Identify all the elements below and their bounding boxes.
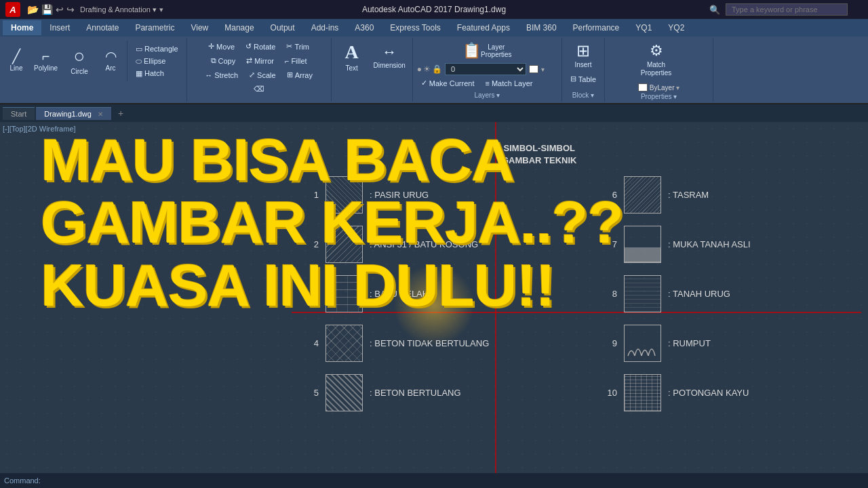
polyline-label: Polyline	[34, 64, 58, 73]
dimension-button[interactable]: ↔ Dimension	[371, 43, 408, 71]
search-input[interactable]	[726, 3, 848, 16]
line-label: Line	[10, 64, 23, 73]
tab-performance[interactable]: Performance	[565, 20, 628, 35]
layers-content: 📋 LayerProperties ● ☀ 🔒 0 ▾ ✓Make Curren…	[417, 41, 557, 89]
copy-button[interactable]: ⧉Copy	[207, 55, 240, 66]
make-current-button[interactable]: ✓Make Current	[417, 77, 479, 89]
workspace-arrow[interactable]: ▾	[159, 5, 163, 14]
insert-icon: ⊞	[576, 42, 590, 60]
ellipse-icon: ⬭	[136, 57, 142, 66]
file-tab-start[interactable]: Start	[3, 107, 35, 120]
file-tab-drawing1[interactable]: Drawing1.dwg ✕	[36, 107, 111, 120]
fillet-button[interactable]: ⌐Fillet	[281, 56, 311, 66]
app-icon: A	[5, 2, 20, 17]
erase-button[interactable]: ⌫	[250, 83, 269, 95]
table-button[interactable]: ⊟Table	[566, 73, 600, 85]
arc-button[interactable]: ◠ Arc	[98, 48, 123, 74]
open-icon[interactable]: 📂	[27, 4, 39, 15]
tab-expresstools[interactable]: Express Tools	[382, 20, 448, 35]
canvas-area: [-][Top][2D Wireframe] SIMBOL-SIMBOL GAM…	[0, 122, 868, 473]
properties-group-label: Properties ▾	[641, 92, 677, 100]
overlay-line3: KUASA INI DULU!!	[41, 254, 623, 317]
line-button[interactable]: ╱ Line	[4, 48, 28, 74]
bylayer-label: ByLayer	[650, 84, 675, 92]
rectangle-button[interactable]: ▭Rectangle	[132, 43, 182, 55]
tab-yq1[interactable]: YQ1	[627, 20, 660, 35]
tab-home[interactable]: Home	[3, 20, 41, 35]
bylayer-dropdown[interactable]: ▾	[676, 84, 679, 92]
overlay-text: MAU BISA BACA GAMBAR KERJA..?? KUASA INI…	[41, 129, 623, 317]
layer-color-icon: ●	[417, 64, 422, 74]
save-icon[interactable]: 💾	[41, 4, 53, 15]
layer-properties-label: LayerProperties	[481, 43, 512, 58]
move-button[interactable]: ✛Move	[204, 41, 239, 52]
command-input[interactable]	[46, 476, 864, 485]
arc-icon: ◠	[105, 49, 117, 63]
text-button[interactable]: A Text	[336, 41, 368, 74]
array-button[interactable]: ⊞Array	[283, 69, 317, 81]
tab-annotate[interactable]: Annotate	[78, 20, 127, 35]
layer-dropdown-arrow[interactable]: ▾	[541, 66, 545, 73]
dimension-icon: ↔	[382, 44, 397, 60]
layer-color-swatch	[529, 65, 538, 73]
symbol-num-5: 5	[292, 388, 319, 398]
mirror-button[interactable]: ⇄Mirror	[242, 55, 278, 66]
tab-parametric[interactable]: Parametric	[127, 20, 182, 35]
tab-insert[interactable]: Insert	[41, 20, 78, 35]
match-layer-button[interactable]: ≡Match Layer	[481, 77, 536, 89]
scale-button[interactable]: ⤢Scale	[245, 69, 280, 81]
symbol-num-4: 4	[292, 338, 319, 348]
symbol-box-6	[624, 176, 661, 214]
move-icon: ✛	[208, 42, 214, 51]
tab-manage[interactable]: Manage	[216, 20, 262, 35]
symbol-label-6: : TASRAM	[668, 190, 709, 200]
window-title: Autodesk AutoCAD 2017 Drawing1.dwg	[362, 5, 506, 14]
table-icon: ⊟	[570, 75, 576, 83]
circle-label: Circle	[71, 68, 88, 76]
tab-view[interactable]: View	[182, 20, 216, 35]
erase-icon: ⌫	[254, 85, 264, 94]
layer-properties-button[interactable]: 📋 LayerProperties	[417, 41, 557, 61]
redo-icon[interactable]: ↪	[66, 4, 75, 15]
stretch-button[interactable]: ↔Stretch	[201, 70, 242, 81]
tab-output[interactable]: Output	[262, 20, 303, 35]
polyline-button[interactable]: ⌐ Polyline	[31, 48, 60, 74]
draw-extra: ▭Rectangle ⬭Ellipse ▦Hatch	[132, 43, 182, 79]
ellipse-button[interactable]: ⬭Ellipse	[132, 56, 182, 67]
draw-tools: ╱ Line ⌐ Polyline ○ Circle ◠ Arc ▭Rectan…	[4, 41, 182, 81]
undo-icon[interactable]: ↩	[56, 4, 64, 15]
tab-a360[interactable]: A360	[347, 20, 382, 35]
symbol-row-8: 8 : TANAH URUG	[590, 275, 861, 312]
close-tab-icon[interactable]: ✕	[98, 110, 103, 118]
tab-yq2[interactable]: YQ2	[660, 20, 692, 35]
new-tab-button[interactable]: +	[113, 106, 129, 121]
block-group-label: Block ▾	[572, 90, 594, 99]
layer-select[interactable]: 0	[445, 63, 526, 75]
rotate-button[interactable]: ↺Rotate	[241, 41, 279, 52]
symbol-label-10: : POTONGAN KAYU	[668, 388, 749, 398]
ribbon-group-properties: ⚙ MatchProperties ByLayer ▾ Properties ▾	[605, 38, 713, 102]
insert-button[interactable]: ⊞ Insert	[567, 41, 599, 70]
array-icon: ⊞	[287, 70, 293, 79]
circle-button[interactable]: ○ Circle	[63, 45, 96, 78]
symbol-box-4	[326, 325, 363, 362]
make-current-icon: ✓	[421, 79, 427, 87]
tab-bim360[interactable]: BIM 360	[518, 20, 565, 35]
trim-icon: ✂	[286, 42, 292, 51]
match-properties-label: MatchProperties	[641, 61, 672, 77]
bylayer-row: ByLayer ▾	[638, 83, 680, 92]
properties-tools: ⚙ MatchProperties ByLayer ▾	[638, 41, 680, 92]
overlay-line2: GAMBAR KERJA..??	[41, 191, 623, 253]
divider	[127, 41, 127, 81]
command-prompt-label: Command:	[4, 476, 41, 485]
match-properties-row: ⚙ MatchProperties	[638, 41, 675, 79]
hatch-button[interactable]: ▦Hatch	[132, 68, 182, 79]
symbol-box-10	[624, 374, 661, 411]
fillet-icon: ⌐	[285, 57, 289, 65]
trim-button[interactable]: ✂Trim	[282, 41, 313, 52]
hatch-icon: ▦	[136, 69, 142, 78]
tab-addins[interactable]: Add-ins	[303, 20, 347, 35]
match-properties-button[interactable]: ⚙ MatchProperties	[638, 41, 675, 79]
tab-featuredapps[interactable]: Featured Apps	[449, 20, 518, 35]
modify-tools: ✛Move ↺Rotate ✂Trim ⧉Copy ⇄Mirror ⌐Fille…	[191, 41, 327, 95]
